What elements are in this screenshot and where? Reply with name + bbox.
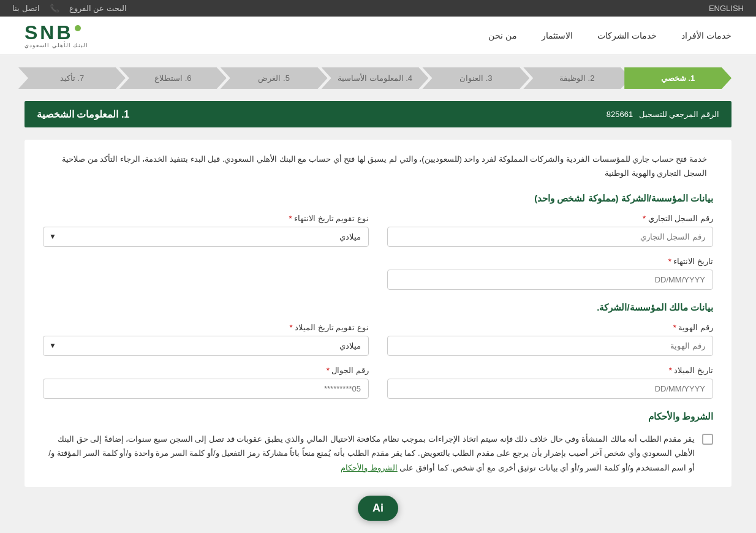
section-header: الرقم المرجعي للتسجيل 825661 1. المعلوما…	[25, 101, 731, 127]
section-title: 1. المعلومات الشخصية	[37, 108, 129, 120]
top-bar-right: البحث عن الفروع 📞 اتصل بنا	[12, 4, 127, 13]
owner-section-title: بيانات مالك المؤسسة/الشركة.	[43, 302, 713, 313]
birthdate-calendar-select[interactable]: ميلادي هجري	[43, 336, 369, 356]
nav-personal-services[interactable]: خدمات الأفراد	[681, 31, 731, 40]
birthdate-input[interactable]	[387, 379, 713, 399]
stepper: 7. تأكيد 6. استطلاع 5. الغرض 4. المعلوما…	[25, 67, 731, 89]
terms-checkbox[interactable]	[702, 434, 713, 445]
snb-logo-text: SNB	[25, 23, 74, 42]
find-branch-link[interactable]: البحث عن الفروع	[69, 4, 127, 13]
snb-logo: SNB البنك الأهلي السعودي	[25, 23, 88, 48]
birthdate-calendar-label: نوع تقويم تاريخ الميلاد *	[43, 323, 369, 332]
expiry-calendar-group: نوع تقويم تاريخ الانتهاء * ميلادي هجري ▼	[43, 214, 369, 247]
stepper-container: 7. تأكيد 6. استطلاع 5. الغرض 4. المعلوما…	[0, 55, 756, 89]
mobile-number-group: رقم الجوال *	[43, 366, 369, 399]
nav-about-us[interactable]: من نحن	[488, 31, 517, 40]
phone-icon: 📞	[50, 4, 59, 13]
terms-text: يقر مقدم الطلب أنه مالك المنشأة وفي حال …	[43, 432, 695, 475]
language-switch[interactable]: ENGLISH	[709, 4, 744, 13]
ref-number: الرقم المرجعي للتسجيل 825661	[607, 110, 719, 119]
id-number-label: رقم الهوية *	[387, 323, 713, 332]
expiry-date-group: تاريخ الانتهاء *	[387, 257, 713, 290]
nav-investment[interactable]: الاستثمار	[542, 31, 573, 40]
ai-chat-label: Ai	[372, 502, 384, 512]
step-confirm[interactable]: 7. تأكيد	[18, 67, 126, 89]
white-card: خدمة فتح حساب جاري للمؤسسات الفردية والش…	[25, 140, 731, 487]
nav-corporate-services[interactable]: خدمات الشركات	[597, 31, 657, 40]
contact-us-link[interactable]: اتصل بنا	[12, 4, 40, 13]
step-survey[interactable]: 6. استطلاع	[119, 67, 227, 89]
terms-title: الشروط والأحكام	[43, 411, 713, 422]
commercial-register-label: رقم السجل التجاري *	[387, 214, 713, 223]
top-bar: ENGLISH البحث عن الفروع 📞 اتصل بنا	[0, 0, 756, 17]
step-job[interactable]: 2. الوظيفة	[523, 67, 630, 89]
snb-logo-subtext: البنك الأهلي السعودي	[25, 42, 88, 48]
birthdate-calendar-group: نوع تقويم تاريخ الميلاد * ميلادي هجري ▼	[43, 323, 369, 356]
institution-form-grid: رقم السجل التجاري * نوع تقويم تاريخ الان…	[43, 214, 713, 290]
birthdate-group: تاريخ الميلاد *	[387, 366, 713, 399]
expiry-calendar-label: نوع تقويم تاريخ الانتهاء *	[43, 214, 369, 223]
commercial-register-group: رقم السجل التجاري *	[387, 214, 713, 247]
expiry-calendar-select-wrapper: ميلادي هجري ▼	[43, 227, 369, 247]
header: خدمات الأفراد خدمات الشركات الاستثمار من…	[0, 17, 756, 55]
birthdate-calendar-select-wrapper: ميلادي هجري ▼	[43, 336, 369, 356]
ref-label: الرقم المرجعي للتسجيل	[639, 110, 719, 119]
commercial-register-input[interactable]	[387, 227, 713, 247]
terms-link[interactable]: الشروط والأحكام	[341, 463, 398, 472]
terms-section: الشروط والأحكام يقر مقدم الطلب أنه مالك …	[43, 411, 713, 475]
main-content: الرقم المرجعي للتسجيل 825661 1. المعلوما…	[0, 89, 756, 512]
nav-links: خدمات الأفراد خدمات الشركات الاستثمار من…	[488, 31, 731, 40]
ai-chat-button[interactable]: Ai	[358, 496, 398, 512]
mobile-number-label: رقم الجوال *	[43, 366, 369, 375]
id-number-input[interactable]	[387, 336, 713, 356]
birthdate-label: تاريخ الميلاد *	[387, 366, 713, 375]
step-basic-info[interactable]: 4. المعلومات الأساسية	[322, 67, 429, 89]
expiry-date-label: تاريخ الانتهاء *	[387, 257, 713, 266]
expiry-date-input[interactable]	[387, 270, 713, 290]
step-personal[interactable]: 1. شخصي	[624, 67, 731, 89]
institution-section-title: بيانات المؤسسة/الشركة (مملوكة لشخص واحد)	[43, 193, 713, 204]
id-number-group: رقم الهوية *	[387, 323, 713, 356]
top-bar-left: ENGLISH	[709, 4, 744, 13]
step-purpose[interactable]: 5. الغرض	[221, 67, 328, 89]
expiry-calendar-select[interactable]: ميلادي هجري	[43, 227, 369, 247]
terms-row: يقر مقدم الطلب أنه مالك المنشأة وفي حال …	[43, 432, 713, 475]
ref-value: 825661	[607, 110, 633, 119]
step-address[interactable]: 3. العنوان	[422, 67, 529, 89]
owner-form-grid: رقم الهوية * نوع تقويم تاريخ الميلاد * م…	[43, 323, 713, 399]
info-text: خدمة فتح حساب جاري للمؤسسات الفردية والش…	[43, 152, 713, 181]
mobile-number-input[interactable]	[43, 379, 369, 399]
